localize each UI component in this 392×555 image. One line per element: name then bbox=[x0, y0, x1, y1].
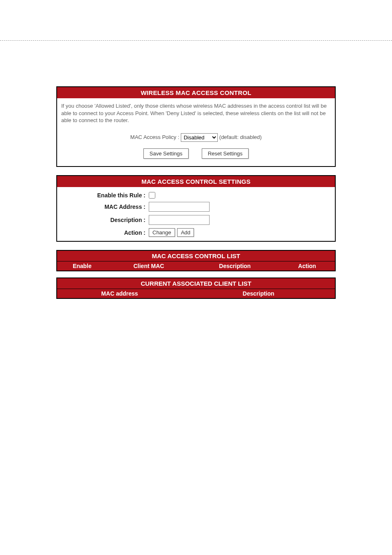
col-description: Description bbox=[190, 261, 279, 271]
current-associated-client-list-panel: CURRENT ASSOCIATED CLIENT LIST MAC addre… bbox=[56, 278, 336, 299]
mac-address-input[interactable] bbox=[149, 202, 210, 212]
wireless-description-text: If you choose 'Allowed Listed', only tho… bbox=[61, 102, 331, 124]
wireless-mac-access-control-panel: WIRELESS MAC ACCESS CONTROL If you choos… bbox=[56, 86, 336, 167]
enable-rule-label: Enable this Rule : bbox=[57, 192, 149, 199]
col-enable: Enable bbox=[57, 261, 107, 271]
col-client-description: Description bbox=[182, 289, 335, 298]
panel-header-settings: MAC ACCESS CONTROL SETTINGS bbox=[57, 176, 335, 187]
mac-access-policy-select[interactable]: Disabled bbox=[181, 133, 218, 142]
panel-header-wireless: WIRELESS MAC ACCESS CONTROL bbox=[57, 87, 335, 98]
mac-access-policy-label: MAC Access Policy : bbox=[130, 134, 179, 140]
save-settings-button[interactable]: Save Settings bbox=[143, 148, 189, 159]
description-label: Description : bbox=[57, 217, 149, 223]
panel-header-client-list: CURRENT ASSOCIATED CLIENT LIST bbox=[57, 278, 335, 289]
col-action: Action bbox=[279, 261, 335, 271]
action-label: Action : bbox=[57, 229, 149, 236]
policy-default-hint: (default: disabled) bbox=[219, 134, 262, 140]
mac-access-control-settings-panel: MAC ACCESS CONTROL SETTINGS Enable this … bbox=[56, 175, 336, 242]
enable-rule-checkbox[interactable] bbox=[149, 192, 155, 199]
client-list-columns-row: MAC address Description bbox=[57, 289, 335, 298]
add-button[interactable]: Add bbox=[177, 228, 194, 237]
list-columns-row: Enable Client MAC Description Action bbox=[57, 261, 335, 271]
description-input[interactable] bbox=[149, 215, 210, 225]
change-button[interactable]: Change bbox=[149, 228, 175, 237]
mac-access-control-list-panel: MAC ACCESS CONTROL LIST Enable Client MA… bbox=[56, 250, 336, 271]
panel-header-list: MAC ACCESS CONTROL LIST bbox=[57, 251, 335, 261]
col-client-mac: Client MAC bbox=[107, 261, 191, 271]
reset-settings-button[interactable]: Reset Settings bbox=[202, 148, 249, 159]
col-mac-address: MAC address bbox=[57, 289, 182, 298]
mac-address-label: MAC Address : bbox=[57, 204, 149, 210]
